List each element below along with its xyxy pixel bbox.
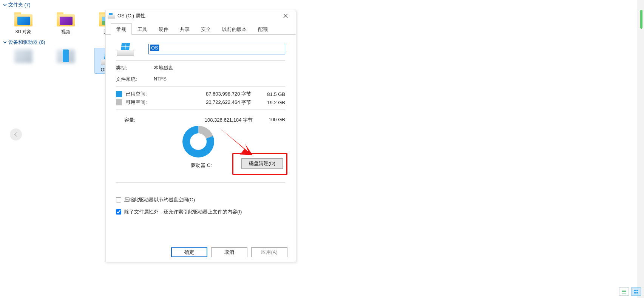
used-space-gb: 81.5 GB bbox=[259, 91, 285, 97]
properties-dialog: OS (C:) 属性 常规 工具 硬件 共享 安全 以前的版本 配额 OS bbox=[105, 10, 296, 262]
folder-icon bbox=[13, 11, 34, 27]
drive-icon bbox=[108, 13, 114, 19]
used-space-bytes: 87,603,998,720 字节 bbox=[162, 91, 257, 97]
dialog-title: OS (C:) 属性 bbox=[117, 12, 145, 19]
index-checkbox-label: 除了文件属性外，还允许索引此驱动器上文件的内容(I) bbox=[124, 208, 242, 215]
separator bbox=[116, 60, 285, 61]
section-header-drives-label: 设备和驱动器 (6) bbox=[8, 39, 45, 46]
used-space-swatch bbox=[116, 91, 122, 97]
drive-icon-large bbox=[116, 42, 134, 57]
titlebar[interactable]: OS (C:) 属性 bbox=[105, 10, 296, 22]
filesystem-value: NTFS bbox=[154, 76, 285, 83]
scrollbar-marker bbox=[640, 10, 642, 29]
drive-letter-label: 驱动器 C: bbox=[182, 162, 220, 169]
free-space-swatch bbox=[116, 99, 122, 105]
index-checkbox-row[interactable]: 除了文件属性外，还允许索引此驱动器上文件的内容(I) bbox=[116, 208, 285, 215]
tab-previous[interactable]: 以前的版本 bbox=[216, 23, 252, 35]
capacity-label: 容量: bbox=[116, 117, 159, 124]
scrollbar-rail[interactable] bbox=[637, 0, 644, 298]
folder-label: 视频 bbox=[61, 29, 70, 35]
cancel-button[interactable]: 取消 bbox=[211, 247, 247, 257]
tab-security[interactable]: 安全 bbox=[195, 23, 216, 35]
tab-tools[interactable]: 工具 bbox=[132, 23, 153, 35]
chevron-left-icon bbox=[13, 132, 19, 137]
svg-rect-2 bbox=[634, 292, 636, 293]
section-header-folders[interactable]: 文件夹 (7) bbox=[0, 0, 644, 8]
status-bar bbox=[619, 287, 641, 296]
folder-row: 3D 对象 视频 图片 bbox=[0, 8, 644, 37]
svg-rect-3 bbox=[636, 292, 638, 293]
compress-checkbox-label: 压缩此驱动器以节约磁盘空间(C) bbox=[124, 196, 195, 203]
annotation-arrow-icon bbox=[219, 127, 253, 159]
disk-usage-donut bbox=[182, 126, 214, 157]
svg-rect-1 bbox=[636, 290, 638, 291]
separator bbox=[116, 110, 285, 110]
view-large-icons-button[interactable] bbox=[631, 287, 641, 296]
separator bbox=[116, 86, 285, 87]
svg-rect-0 bbox=[634, 290, 636, 291]
tab-quota[interactable]: 配额 bbox=[252, 23, 273, 35]
folder-label: 3D 对象 bbox=[15, 29, 32, 35]
free-space-label: 可用空间: bbox=[126, 99, 161, 106]
compress-checkbox-row[interactable]: 压缩此驱动器以节约磁盘空间(C) bbox=[116, 196, 285, 203]
chevron-down-icon bbox=[3, 40, 7, 44]
apply-button[interactable]: 应用(A) bbox=[251, 247, 287, 257]
tab-sharing[interactable]: 共享 bbox=[174, 23, 195, 35]
svg-marker-4 bbox=[219, 127, 253, 155]
volume-name-input[interactable]: OS bbox=[148, 44, 285, 54]
tab-bar: 常规 工具 硬件 共享 安全 以前的版本 配额 bbox=[105, 23, 296, 35]
type-label: 类型: bbox=[116, 65, 154, 71]
back-button[interactable] bbox=[10, 128, 22, 141]
view-details-button[interactable] bbox=[619, 287, 629, 296]
tab-content-general: OS 类型: 本地磁盘 文件系统: NTFS 已用空间: 87,603,998,… bbox=[105, 35, 296, 219]
list-icon bbox=[621, 289, 627, 294]
chevron-down-icon bbox=[3, 3, 7, 7]
tab-general[interactable]: 常规 bbox=[111, 23, 132, 35]
folder-icon bbox=[55, 11, 76, 27]
drive-icon bbox=[55, 48, 76, 65]
separator bbox=[116, 182, 285, 183]
disk-cleanup-button[interactable]: 磁盘清理(D) bbox=[241, 158, 283, 169]
compress-checkbox[interactable] bbox=[116, 197, 121, 202]
type-value: 本地磁盘 bbox=[154, 65, 285, 71]
drive-item[interactable] bbox=[10, 48, 37, 74]
volume-name-value: OS bbox=[150, 45, 159, 51]
drive-icon bbox=[13, 48, 34, 65]
drive-item[interactable] bbox=[52, 48, 79, 74]
capacity-bytes: 108,326,621,184 字节 bbox=[159, 117, 259, 124]
capacity-gb: 100 GB bbox=[259, 117, 285, 124]
ok-button[interactable]: 确定 bbox=[171, 247, 207, 257]
section-header-drives[interactable]: 设备和驱动器 (6) bbox=[0, 37, 644, 46]
index-checkbox[interactable] bbox=[116, 209, 121, 215]
section-header-folders-label: 文件夹 (7) bbox=[8, 2, 31, 8]
tab-hardware[interactable]: 硬件 bbox=[153, 23, 174, 35]
dialog-button-bar: 确定 取消 应用(A) bbox=[105, 247, 296, 257]
folder-item-3d[interactable]: 3D 对象 bbox=[10, 11, 37, 35]
free-space-gb: 19.2 GB bbox=[259, 100, 285, 105]
close-icon bbox=[283, 14, 288, 18]
drive-row: OS (C:) bbox=[0, 46, 644, 76]
grid-icon bbox=[633, 289, 639, 294]
filesystem-label: 文件系统: bbox=[116, 76, 154, 83]
close-button[interactable] bbox=[278, 11, 293, 21]
free-space-bytes: 20,722,622,464 字节 bbox=[162, 99, 257, 106]
used-space-label: 已用空间: bbox=[126, 91, 161, 97]
folder-item-video[interactable]: 视频 bbox=[52, 11, 79, 35]
